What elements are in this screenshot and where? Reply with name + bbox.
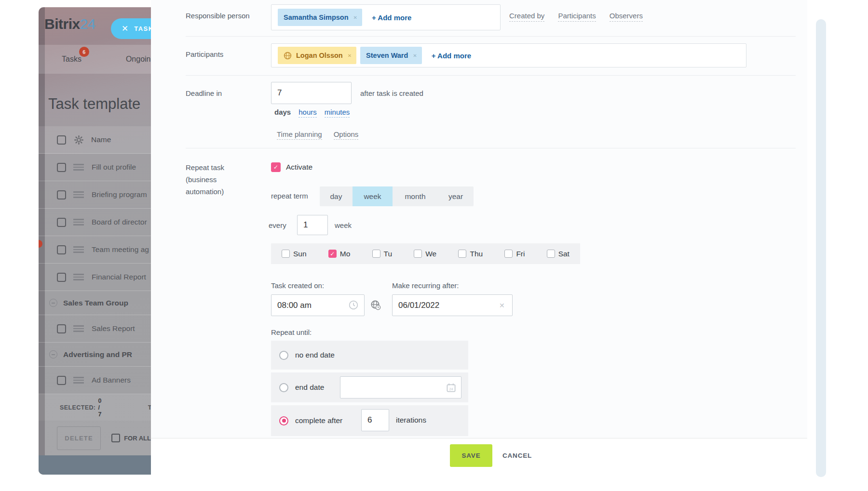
svg-text:24: 24	[449, 387, 453, 391]
radio-end-date[interactable]	[279, 383, 288, 392]
weekday-fri[interactable]: Fri	[504, 250, 525, 258]
cancel-button[interactable]: CANCEL	[502, 444, 532, 467]
add-responsible-button[interactable]: + Add more	[372, 13, 411, 22]
row-checkbox	[57, 218, 66, 227]
unit-minutes[interactable]: minutes	[325, 108, 350, 118]
date-input[interactable]	[392, 294, 513, 316]
drag-handle-icon	[73, 245, 84, 254]
term-month[interactable]: month	[393, 186, 438, 206]
unit-hours[interactable]: hours	[298, 108, 317, 118]
remove-chip-icon[interactable]: ✕	[348, 53, 352, 58]
term-week[interactable]: week	[353, 186, 393, 206]
term-year[interactable]: year	[438, 186, 474, 206]
row-checkbox	[57, 376, 66, 385]
divider	[186, 75, 796, 76]
background-tabs: Tasks 6 Ongoing	[39, 45, 151, 74]
unit-days[interactable]: days	[274, 108, 291, 116]
participants-field[interactable]: Logan Olsson ✕ Steven Ward ✕ + Add more	[271, 43, 746, 67]
responsible-chip[interactable]: Samantha Simpson ✕	[278, 9, 362, 26]
task-created-on-label: Task created on:	[271, 281, 324, 290]
table-row: Board of director	[39, 209, 151, 236]
deadline-value-input[interactable]	[271, 82, 352, 104]
weekday-sat[interactable]: Sat	[547, 250, 570, 258]
for-all-checkbox	[111, 434, 120, 442]
table-header-row: Name	[39, 126, 151, 154]
repeat-until-label: Repeat until:	[271, 328, 312, 336]
collapse-icon	[49, 299, 57, 307]
add-participant-button[interactable]: + Add more	[432, 52, 471, 60]
every-label: every	[269, 221, 286, 229]
participant-chip[interactable]: Logan Olsson ✕	[278, 47, 356, 64]
every-unit-label: week	[335, 221, 352, 229]
row-checkbox	[57, 324, 66, 333]
weekday-mo[interactable]: ✓Mo	[328, 250, 351, 258]
tab-observers[interactable]: Observers	[610, 12, 643, 22]
option-no-end-date[interactable]: no end date	[271, 341, 468, 370]
end-date-input[interactable]	[340, 376, 461, 398]
weekday-sun[interactable]: Sun	[282, 250, 307, 258]
row-checkbox	[57, 273, 66, 282]
remove-chip-icon[interactable]: ✕	[353, 15, 357, 20]
timezone-globe-icon[interactable]	[370, 300, 381, 310]
weekday-bar: Sun ✓Mo Tu We Thu Fri Sat	[271, 243, 580, 264]
weekday-we[interactable]: We	[414, 250, 436, 258]
bottom-strip	[39, 455, 151, 475]
close-icon[interactable]: ✕	[122, 25, 128, 33]
delete-button: DELETE	[57, 426, 101, 450]
gear-icon	[74, 135, 83, 145]
options-link[interactable]: Options	[334, 130, 359, 140]
iterations-label: iterations	[396, 416, 426, 425]
drag-handle-icon	[73, 272, 84, 282]
tab-ongoing: Ongoing	[126, 55, 151, 64]
row-checkbox	[57, 163, 66, 172]
collapse-icon	[49, 350, 57, 358]
table-row: Sales Report	[39, 315, 151, 343]
table-row: Ad Banners	[39, 367, 151, 394]
save-button[interactable]: SAVE	[450, 444, 492, 467]
background-footer: DELETE FOR ALL	[39, 421, 151, 455]
drag-handle-icon	[73, 375, 84, 385]
bitrix24-logo: Bitrix24	[44, 16, 95, 32]
table-row: Briefing program	[39, 181, 151, 209]
row-checkbox	[57, 245, 66, 254]
repeat-term-segmented: day week month year	[320, 186, 474, 206]
activate-checkbox[interactable]: ✓	[271, 162, 281, 172]
task-template-form-panel: Responsible person Samantha Simpson ✕ + …	[151, 0, 807, 438]
weekday-tu[interactable]: Tu	[372, 250, 393, 258]
divider	[186, 148, 796, 148]
table-row: Team meeting ag	[39, 236, 151, 264]
table-row: Fill out profile	[39, 154, 151, 181]
selection-summary: SELECTED: 0 / 7 TOTAL	[39, 394, 151, 421]
scrollbar-track[interactable]	[816, 19, 826, 477]
term-day[interactable]: day	[320, 186, 353, 206]
clear-date-icon[interactable]: ✕	[499, 302, 505, 309]
participants-label: Participants	[186, 50, 223, 58]
make-recurring-after-label: Make recurring after:	[392, 281, 459, 290]
drag-handle-icon	[73, 324, 84, 333]
deadline-label: Deadline in	[186, 89, 222, 97]
deadline-suffix: after task is created	[360, 89, 423, 97]
tasks-count-badge: 6	[79, 47, 89, 57]
time-planning-link[interactable]: Time planning	[277, 130, 322, 140]
calendar-icon[interactable]: 24	[446, 383, 456, 393]
for-all-option: FOR ALL	[111, 434, 151, 442]
group-row: Advertising and PR	[39, 343, 151, 367]
repeat-term-label: repeat term	[271, 192, 308, 200]
select-all-checkbox	[57, 135, 66, 145]
every-value-input[interactable]	[297, 215, 328, 235]
group-row: Sales Team Group	[39, 291, 151, 315]
row-checkbox	[57, 190, 66, 199]
participant-chip[interactable]: Steven Ward ✕	[360, 47, 422, 64]
responsible-person-field[interactable]: Samantha Simpson ✕ + Add more	[271, 4, 501, 30]
iterations-input[interactable]	[361, 409, 389, 431]
remove-chip-icon[interactable]: ✕	[413, 53, 417, 58]
tab-participants[interactable]: Participants	[558, 12, 596, 22]
close-slider-pill[interactable]: ✕ TASK	[111, 18, 151, 39]
weekday-thu[interactable]: Thu	[458, 250, 483, 258]
radio-complete-after[interactable]	[279, 416, 288, 425]
divider	[186, 36, 796, 37]
tab-created-by[interactable]: Created by	[509, 12, 544, 22]
radio-no-end-date[interactable]	[279, 351, 288, 360]
clock-icon[interactable]	[349, 300, 358, 310]
drag-handle-icon	[73, 162, 84, 172]
